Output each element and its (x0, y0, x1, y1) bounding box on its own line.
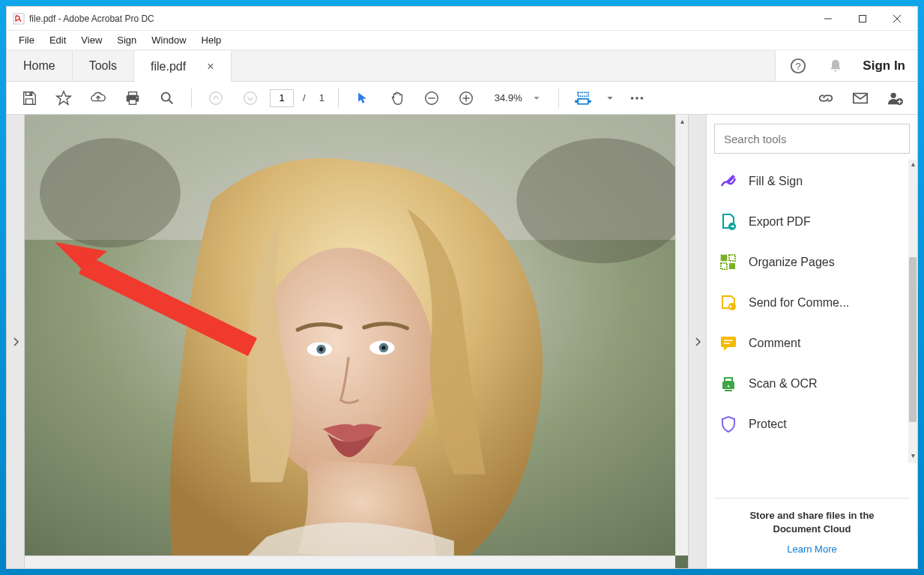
window-controls (811, 7, 914, 30)
tool-send-for-comments[interactable]: Send for Comme... (714, 283, 910, 323)
titlebar: file.pdf - Adobe Acrobat Pro DC (7, 7, 917, 31)
svg-rect-53 (725, 378, 732, 382)
svg-rect-7 (129, 91, 137, 95)
shield-icon (719, 415, 738, 434)
tab-tools[interactable]: Tools (73, 50, 134, 81)
menu-help[interactable]: Help (194, 33, 229, 47)
maximize-button[interactable] (845, 7, 880, 30)
svg-point-14 (244, 91, 257, 104)
comment-icon (719, 334, 738, 353)
hand-tool-button[interactable] (382, 85, 412, 112)
svg-rect-9 (129, 99, 136, 103)
footer-text-line2: Document Cloud (720, 523, 904, 536)
help-icon[interactable]: ? (788, 55, 809, 76)
email-button[interactable] (845, 85, 875, 112)
zoom-in-button[interactable] (451, 85, 481, 112)
menu-sign[interactable]: Sign (109, 33, 144, 47)
favorite-button[interactable] (49, 85, 79, 112)
learn-more-link[interactable]: Learn More (720, 544, 904, 555)
tool-comment[interactable]: Comment (714, 323, 910, 364)
tool-export-pdf[interactable]: Export PDF (714, 202, 910, 242)
vertical-scrollbar[interactable]: ▴ (675, 115, 688, 556)
tool-label: Export PDF (749, 215, 811, 229)
close-button[interactable] (880, 7, 914, 30)
tools-panel-footer: Store and share files in the Document Cl… (714, 498, 910, 568)
scan-icon: ✦ (719, 374, 738, 394)
share-link-button[interactable] (811, 85, 841, 112)
nav-pane-toggle-right[interactable] (688, 115, 706, 568)
zoom-dropdown[interactable]: 34.9% (486, 90, 549, 106)
export-icon (719, 212, 738, 232)
tool-label: Organize Pages (749, 256, 835, 269)
tab-file[interactable]: file.pdf × (134, 51, 231, 82)
tool-label: Fill & Sign (749, 175, 803, 188)
tool-scan-ocr[interactable]: ✦ Scan & OCR (714, 364, 910, 404)
tool-fill-and-sign[interactable]: Fill & Sign (714, 161, 910, 202)
menu-view[interactable]: View (73, 33, 109, 47)
tool-label: Send for Comme... (749, 296, 849, 310)
tools-panel-scrollbar[interactable]: ▴ ▾ (908, 160, 917, 463)
scroll-up-icon[interactable]: ▴ (676, 115, 688, 127)
svg-rect-44 (721, 255, 727, 261)
document-page (25, 115, 688, 568)
menu-file[interactable]: File (11, 33, 42, 47)
scroll-down-icon[interactable]: ▾ (908, 451, 917, 463)
notifications-icon[interactable] (825, 55, 846, 76)
titlebar-text: file.pdf - Adobe Acrobat Pro DC (29, 13, 811, 24)
tool-protect[interactable]: Protect (714, 404, 910, 445)
fit-width-button[interactable] (568, 85, 598, 112)
find-button[interactable] (152, 85, 182, 112)
menu-edit[interactable]: Edit (42, 33, 73, 47)
svg-rect-47 (729, 263, 735, 269)
scrollbar-thumb[interactable] (909, 257, 917, 422)
svg-line-12 (169, 100, 173, 103)
cloud-upload-button[interactable] (83, 85, 113, 112)
svg-point-23 (635, 97, 638, 100)
search-tools-input[interactable] (714, 124, 910, 154)
tab-close-icon[interactable]: × (207, 60, 214, 73)
minimize-button[interactable] (811, 7, 845, 30)
svg-rect-21 (578, 98, 588, 103)
add-person-button[interactable] (880, 85, 910, 112)
svg-point-37 (319, 347, 323, 351)
svg-rect-0 (13, 13, 24, 24)
document-viewer[interactable]: ▴ (25, 115, 688, 568)
acrobat-icon (13, 13, 25, 25)
tab-home-label: Home (23, 59, 55, 73)
zoom-out-button[interactable] (417, 85, 447, 112)
zoom-level: 34.9% (495, 92, 522, 103)
next-page-button[interactable] (235, 85, 265, 112)
more-tools-button[interactable] (622, 85, 652, 112)
tab-file-label: file.pdf (151, 60, 186, 73)
sign-in-button[interactable]: Sign In (863, 58, 905, 73)
page-total: 1 (319, 92, 324, 103)
svg-text:✦: ✦ (727, 384, 730, 388)
svg-point-11 (162, 92, 170, 100)
fit-dropdown-button[interactable] (603, 85, 617, 112)
prev-page-button[interactable] (201, 85, 231, 112)
menu-window[interactable]: Window (144, 33, 193, 47)
footer-text-line1: Store and share files in the (720, 509, 904, 523)
print-button[interactable] (118, 85, 148, 112)
page-number-input[interactable] (270, 89, 294, 107)
toolbar: / 1 34.9% (7, 82, 917, 115)
horizontal-scrollbar[interactable] (25, 556, 675, 568)
svg-point-33 (516, 138, 688, 263)
nav-pane-toggle-left[interactable] (7, 115, 25, 568)
tool-label: Scan & OCR (749, 377, 818, 391)
svg-point-10 (136, 97, 138, 98)
save-button[interactable] (14, 85, 44, 112)
tabbar-right: ? Sign In (775, 50, 917, 81)
tools-list: Fill & Sign Export PDF Organize Pages Se… (714, 161, 910, 498)
select-tool-button[interactable] (348, 85, 378, 112)
svg-rect-49 (721, 337, 736, 347)
svg-point-13 (210, 91, 223, 104)
scroll-up-icon[interactable]: ▴ (908, 160, 917, 172)
svg-rect-46 (721, 263, 727, 269)
tool-organize-pages[interactable]: Organize Pages (714, 242, 910, 283)
svg-rect-2 (860, 15, 866, 22)
svg-rect-20 (578, 92, 588, 96)
content-area: ▴ Fill & Sign Export PDF (7, 115, 917, 568)
svg-point-32 (40, 138, 181, 247)
tab-home[interactable]: Home (7, 50, 73, 81)
